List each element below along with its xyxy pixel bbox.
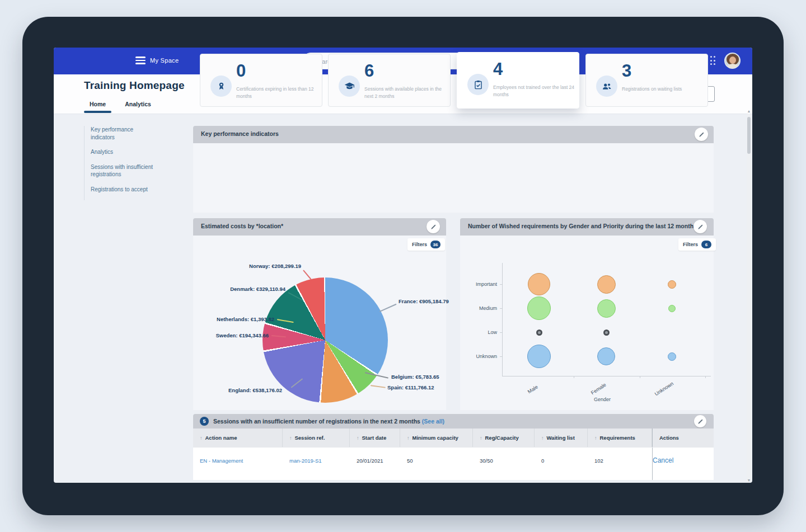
table-title-text: Sessions with an insufficient number of …: [213, 418, 420, 425]
pie-label-spain: Spain: €111,766.12: [387, 384, 434, 390]
tab-home[interactable]: Home: [84, 99, 111, 112]
kpi-card-certifications[interactable]: 0 Certifications expiring in less than 1…: [200, 54, 322, 107]
medal-icon: [210, 76, 232, 97]
kpi-description: Sessions with available places in the ne…: [364, 86, 446, 100]
sort-icon: ↑: [480, 435, 482, 441]
bubble-edit-button[interactable]: [693, 220, 707, 233]
kpi-description: Certifications expiring in less than 12 …: [236, 86, 318, 100]
table-filler: [193, 473, 714, 480]
bubble-low-female[interactable]: [603, 329, 610, 336]
filters-count-badge: 6: [701, 241, 711, 248]
kpi-value: 6: [364, 61, 374, 81]
bubble-unknown-male[interactable]: [527, 345, 551, 368]
cell-waiting-list: 0: [535, 448, 588, 473]
filters-label: Filters: [412, 242, 427, 247]
column-header-start-date[interactable]: ↑Start date: [350, 429, 400, 447]
sidebar-item-analytics[interactable]: Analytics: [91, 148, 157, 156]
pie-edit-button[interactable]: [427, 220, 440, 233]
x-tick: [705, 376, 706, 378]
scroll-up-icon[interactable]: ▲: [747, 109, 751, 113]
bubble-medium-unknown[interactable]: [668, 305, 676, 312]
y-tick: [500, 332, 502, 333]
y-label-low: Low: [463, 329, 497, 335]
sidebar-item-key-performance-indicators[interactable]: Key performance indicators: [91, 126, 157, 141]
cancel-button[interactable]: Cancel: [652, 448, 714, 473]
kpi-value: 3: [622, 61, 631, 81]
bubble-important-male[interactable]: [528, 273, 550, 295]
graduation-cap-icon: [339, 76, 360, 97]
table-header-bar: 5 Sessions with an insufficient number o…: [193, 414, 714, 429]
y-axis: [502, 263, 503, 376]
pie-label-netherlands: Netherlands: €1,393.82: [217, 316, 274, 322]
pie-chart[interactable]: [263, 277, 388, 403]
bubble-filters-chip[interactable]: Filters 6: [678, 238, 716, 251]
avatar[interactable]: [724, 53, 741, 69]
scrollbar-thumb[interactable]: [747, 117, 751, 154]
pie-label-france: France: €905,184.79: [399, 298, 449, 304]
sort-icon: ↑: [594, 435, 597, 441]
y-tick: [500, 284, 502, 285]
bubble-important-female[interactable]: [597, 275, 616, 294]
cell-action-name[interactable]: EN - Management: [193, 448, 283, 473]
table-edit-button[interactable]: [694, 415, 706, 427]
y-tick: [500, 356, 502, 357]
column-header-minimum-capacity[interactable]: ↑Minimum capacity: [400, 429, 473, 447]
pie-label-sweden: Sweden: €194,343.66: [215, 332, 269, 338]
y-label-medium: Medium: [463, 305, 497, 311]
x-tick: [640, 376, 640, 378]
table-row[interactable]: EN - Management man-2019-S1 20/01/2021 5…: [193, 447, 714, 473]
sidebar-item-sessions-insufficient-registrations[interactable]: Sessions with insufficient registrations: [91, 163, 157, 178]
pie-label-belgium: Belgium: €5,783.65: [391, 374, 439, 380]
bubble-important-unknown[interactable]: [668, 280, 676, 289]
bubble-medium-male[interactable]: [527, 296, 551, 320]
kpi-value: 4: [493, 59, 503, 79]
users-icon: [596, 76, 617, 97]
column-header-waiting-list[interactable]: ↑Waiting list: [535, 429, 588, 447]
filters-count-badge: 36: [430, 241, 441, 248]
x-axis: [502, 376, 711, 376]
sidebar-item-registrations-to-accept[interactable]: Registrations to accept: [91, 186, 157, 194]
y-label-unknown: Unknown: [463, 354, 497, 359]
sort-icon: ↑: [541, 435, 544, 441]
sort-icon: ↑: [200, 435, 203, 441]
x-tick: [574, 376, 574, 378]
table-title: Sessions with an insufficient number of …: [213, 418, 444, 425]
bubble-unknown-female[interactable]: [597, 347, 615, 365]
bubble-unknown-unknown[interactable]: [668, 352, 676, 361]
sidebar: Key performance indicators Analytics Ses…: [84, 126, 175, 200]
cell-requirements: 102: [588, 448, 652, 473]
page-title: Training Homepage: [84, 79, 185, 92]
column-header-session-ref[interactable]: ↑Session ref.: [283, 429, 350, 447]
column-header-requirements[interactable]: ↑Requirements: [588, 429, 652, 447]
pie-filters-chip[interactable]: Filters 36: [407, 238, 445, 251]
kpi-card-sessions-available[interactable]: 6 Sessions with available places in the …: [328, 54, 451, 107]
kpi-cards-row: [193, 143, 714, 213]
pie-panel-title: Estimated costs by *location*: [201, 223, 283, 229]
table-count-badge: 5: [200, 417, 209, 426]
pie-label-norway: Norway: €208,299.19: [249, 263, 301, 269]
vertical-scrollbar[interactable]: [747, 114, 751, 483]
bubble-medium-female[interactable]: [597, 299, 616, 318]
sort-icon: ↑: [357, 435, 359, 441]
column-header-action-name[interactable]: ↑Action name: [193, 429, 283, 447]
x-axis-title: Gender: [594, 397, 611, 402]
sort-icon: ↑: [407, 435, 410, 441]
see-all-link[interactable]: (See all): [422, 418, 444, 425]
cell-session-ref[interactable]: man-2019-S1: [283, 448, 350, 473]
pie-label-england: England: €538,176.02: [228, 387, 282, 393]
kpi-card-waiting-lists[interactable]: 3 Registrations on waiting lists: [585, 54, 708, 107]
hamburger-menu-icon[interactable]: [135, 57, 146, 64]
bubble-panel-title: Number of Wished requirements by Gender …: [468, 223, 697, 229]
kpi-edit-button[interactable]: [695, 128, 708, 141]
tab-analytics[interactable]: Analytics: [119, 99, 157, 112]
bubble-low-male[interactable]: [536, 329, 542, 336]
bubble-panel-body: [460, 236, 714, 410]
column-header-reg-capacity[interactable]: ↑Reg/Capacity: [473, 429, 535, 447]
cell-start-date: 20/01/2021: [350, 448, 400, 473]
scroll-down-icon[interactable]: ▼: [747, 478, 751, 482]
my-space-label[interactable]: My Space: [150, 57, 179, 64]
kpi-card-employees-not-trained[interactable]: 4 Employees not trained over the last 24…: [457, 52, 579, 109]
pie-label-denmark: Denmark: €329,110.94: [230, 286, 285, 292]
app-screen: My Space Training Homepage Home Analytic…: [54, 48, 752, 483]
tab-bar: Home Analytics: [84, 99, 157, 112]
